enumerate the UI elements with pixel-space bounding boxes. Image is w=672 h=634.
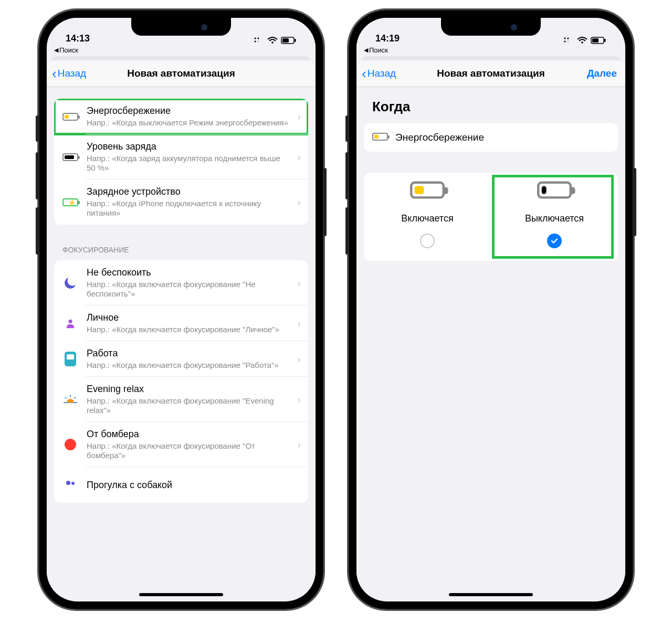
row-title: Прогулка с собакой (87, 479, 301, 491)
row-charger[interactable]: ⚡ Зарядное устройство Напр.: «Когда iPho… (54, 179, 308, 225)
back-to-app[interactable]: ◀ Поиск (356, 45, 625, 56)
svg-point-14 (71, 482, 75, 485)
chevron-left-icon: ‹ (362, 68, 366, 79)
row-battery-level[interactable]: Уровень заряда Напр.: «Когда заряд аккум… (54, 134, 308, 179)
chevron-right-icon: › (297, 111, 301, 123)
volume-down-button[interactable] (345, 207, 349, 255)
phone-left: 14:13 ◀ Поиск ‹ Назад Н (39, 10, 323, 609)
home-indicator[interactable] (139, 593, 223, 596)
back-label: Назад (368, 68, 396, 79)
svg-rect-6 (295, 39, 296, 42)
power-button[interactable] (633, 168, 636, 236)
back-triangle-icon: ◀ (364, 47, 368, 54)
selected-trigger-card: Энергосбережение (364, 123, 618, 152)
phone-right: 14:19 ◀ Поиск ‹ Назад Н (349, 10, 633, 609)
nav-bar: ‹ Назад Новая автоматизация (47, 60, 316, 87)
svg-rect-22 (592, 38, 598, 43)
row-title: Уровень заряда (87, 141, 290, 153)
svg-point-8 (68, 320, 72, 323)
battery-low-power-icon (61, 113, 79, 121)
svg-point-3 (257, 40, 259, 42)
row-title: Evening relax (87, 383, 290, 395)
highlight-box (492, 175, 614, 259)
selected-trigger-row: Энергосбережение (364, 123, 618, 152)
row-work[interactable]: Работа Напр.: «Когда включается фокусиро… (54, 341, 308, 377)
chevron-left-icon: ‹ (52, 68, 57, 79)
row-subtitle: Напр.: «Когда выключается Режим энергосб… (87, 118, 290, 128)
option-label: Включается (401, 213, 453, 224)
battery-low-power-icon (372, 133, 388, 143)
row-subtitle: Напр.: «Когда включается фокусирование "… (87, 361, 290, 371)
back-triangle-icon: ◀ (54, 47, 58, 54)
notch (441, 18, 541, 36)
page-title: Новая автоматизация (54, 68, 308, 79)
mute-switch[interactable] (36, 115, 39, 142)
chevron-right-icon: › (297, 439, 301, 451)
content-area[interactable]: Когда Энергосбережение Включается (356, 87, 625, 597)
battery-icon (281, 37, 297, 44)
svg-point-2 (254, 40, 256, 42)
section-header-focus: ФОКУСИРОВАНИЕ (47, 233, 316, 257)
breadcrumb-label: Поиск (369, 46, 388, 54)
row-title: Зарядное устройство (87, 186, 290, 198)
back-button[interactable]: ‹ Назад (52, 68, 86, 79)
svg-line-11 (65, 397, 67, 398)
status-icons (254, 37, 297, 44)
notch (131, 18, 231, 36)
volume-up-button[interactable] (36, 152, 39, 199)
people-icon (61, 480, 79, 490)
row-subtitle: Напр.: «Когда iPhone подключается к исто… (87, 199, 290, 219)
cellular-icon (563, 37, 574, 44)
row-title: Энергосбережение (87, 105, 290, 117)
trigger-group-power: Энергосбережение Напр.: «Когда выключает… (54, 99, 308, 225)
badge-icon (61, 352, 79, 366)
back-label: Назад (58, 68, 86, 79)
row-personal[interactable]: Личное Напр.: «Когда включается фокусиро… (54, 305, 308, 341)
options-card: Включается Выключается (364, 173, 618, 261)
row-title: Не беспокоить (87, 267, 290, 279)
wifi-icon (577, 37, 587, 44)
svg-point-16 (567, 37, 569, 39)
row-subtitle: Напр.: «Когда включается фокусирование "… (87, 396, 290, 416)
row-do-not-disturb[interactable]: Не беспокоить Напр.: «Когда включается ф… (54, 260, 308, 305)
page-title: Новая автоматизация (364, 68, 618, 79)
row-evening-relax[interactable]: Evening relax Напр.: «Когда включается ф… (54, 377, 308, 422)
sunset-icon (61, 394, 79, 405)
wifi-icon (267, 37, 278, 44)
option-turns-on[interactable]: Включается (364, 187, 491, 248)
row-subtitle: Напр.: «Когда включается фокусирование "… (87, 441, 290, 461)
chevron-right-icon: › (297, 394, 301, 406)
selected-trigger-label: Энергосбережение (395, 132, 484, 143)
status-time: 14:13 (66, 33, 90, 44)
row-ot-bombera[interactable]: От бомбера Напр.: «Когда включается фоку… (54, 422, 308, 467)
charger-icon: ⚡ (61, 198, 79, 206)
breadcrumb-label: Поиск (59, 46, 78, 54)
volume-up-button[interactable] (345, 152, 349, 199)
chevron-right-icon: › (297, 151, 301, 163)
person-icon (61, 318, 79, 329)
next-button[interactable]: Далее (587, 68, 617, 79)
power-button[interactable] (323, 168, 327, 236)
content-area[interactable]: Энергосбережение Напр.: «Когда выключает… (47, 87, 316, 597)
back-to-app[interactable]: ◀ Поиск (47, 45, 316, 56)
svg-line-12 (74, 397, 76, 398)
mute-switch[interactable] (345, 115, 349, 142)
home-indicator[interactable] (449, 593, 533, 596)
svg-point-15 (564, 37, 565, 39)
svg-point-13 (66, 481, 70, 485)
row-subtitle: Напр.: «Когда включается фокусирование "… (87, 325, 290, 335)
battery-icon (591, 37, 606, 44)
trigger-group-focus: Не беспокоить Напр.: «Когда включается ф… (54, 260, 308, 503)
radio-unchecked-icon[interactable] (420, 234, 435, 248)
section-heading-when: Когда (356, 87, 625, 118)
row-subtitle: Напр.: «Когда включается фокусирование "… (87, 280, 290, 300)
volume-down-button[interactable] (36, 207, 39, 255)
chevron-right-icon: › (297, 353, 301, 365)
svg-point-0 (254, 37, 256, 39)
battery-on-icon (410, 182, 445, 204)
back-button[interactable]: ‹ Назад (362, 68, 396, 79)
row-low-power-mode[interactable]: Энергосбережение Напр.: «Когда выключает… (54, 99, 308, 134)
row-title: Личное (87, 312, 290, 324)
row-title: Работа (87, 347, 290, 360)
row-dog-walk[interactable]: Прогулка с собакой (54, 467, 308, 503)
